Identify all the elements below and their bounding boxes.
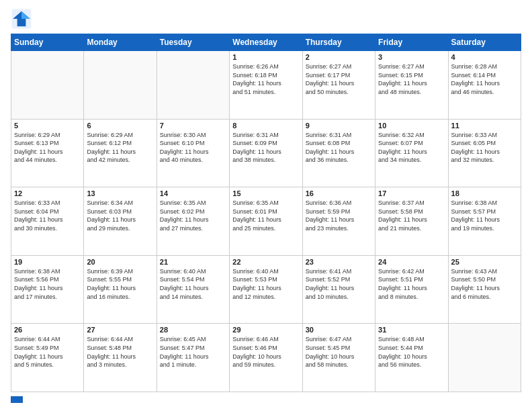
- day-number: 22: [232, 258, 299, 266]
- day-cell: 19Sunrise: 6:38 AM Sunset: 5:56 PM Dayli…: [11, 255, 84, 324]
- day-info: Sunrise: 6:38 AM Sunset: 5:57 PM Dayligh…: [451, 199, 518, 232]
- day-info: Sunrise: 6:27 AM Sunset: 6:15 PM Dayligh…: [378, 62, 445, 96]
- day-info: Sunrise: 6:42 AM Sunset: 5:51 PM Dayligh…: [378, 267, 445, 301]
- week-row-1: 1Sunrise: 6:26 AM Sunset: 6:18 PM Daylig…: [11, 51, 521, 120]
- week-row-2: 5Sunrise: 6:29 AM Sunset: 6:13 PM Daylig…: [11, 119, 521, 187]
- header-day-thursday: Thursday: [302, 34, 375, 51]
- day-cell: 26Sunrise: 6:44 AM Sunset: 5:49 PM Dayli…: [11, 324, 84, 392]
- calendar-header: SundayMondayTuesdayWednesdayThursdayFrid…: [11, 34, 521, 51]
- day-number: 5: [14, 122, 81, 130]
- day-cell: 14Sunrise: 6:35 AM Sunset: 6:02 PM Dayli…: [157, 187, 229, 256]
- day-cell: 29Sunrise: 6:46 AM Sunset: 5:46 PM Dayli…: [230, 324, 302, 392]
- day-number: 14: [160, 189, 226, 197]
- header-day-wednesday: Wednesday: [230, 34, 302, 51]
- day-info: Sunrise: 6:44 AM Sunset: 5:49 PM Dayligh…: [14, 335, 81, 369]
- day-info: Sunrise: 6:31 AM Sunset: 6:09 PM Dayligh…: [232, 131, 299, 165]
- day-cell: 9Sunrise: 6:31 AM Sunset: 6:08 PM Daylig…: [302, 119, 375, 187]
- day-cell: 17Sunrise: 6:37 AM Sunset: 5:58 PM Dayli…: [375, 187, 448, 256]
- day-info: Sunrise: 6:29 AM Sunset: 6:13 PM Dayligh…: [14, 131, 81, 165]
- day-cell: 5Sunrise: 6:29 AM Sunset: 6:13 PM Daylig…: [11, 119, 84, 187]
- day-info: Sunrise: 6:43 AM Sunset: 5:50 PM Dayligh…: [451, 267, 518, 301]
- day-cell: 31Sunrise: 6:48 AM Sunset: 5:44 PM Dayli…: [375, 324, 448, 392]
- day-cell: [11, 51, 84, 120]
- day-cell: 2Sunrise: 6:27 AM Sunset: 6:17 PM Daylig…: [302, 51, 375, 120]
- day-info: Sunrise: 6:45 AM Sunset: 5:47 PM Dayligh…: [160, 335, 226, 369]
- day-cell: 22Sunrise: 6:40 AM Sunset: 5:53 PM Dayli…: [230, 255, 302, 324]
- page: SundayMondayTuesdayWednesdayThursdayFrid…: [0, 0, 532, 411]
- day-cell: 24Sunrise: 6:42 AM Sunset: 5:51 PM Dayli…: [375, 255, 448, 324]
- day-info: Sunrise: 6:28 AM Sunset: 6:14 PM Dayligh…: [451, 62, 518, 96]
- day-number: 19: [14, 258, 81, 266]
- day-number: 20: [87, 258, 153, 266]
- day-info: Sunrise: 6:32 AM Sunset: 6:07 PM Dayligh…: [378, 131, 445, 165]
- day-info: Sunrise: 6:36 AM Sunset: 5:59 PM Dayligh…: [306, 199, 372, 232]
- day-info: Sunrise: 6:44 AM Sunset: 5:48 PM Dayligh…: [87, 335, 153, 369]
- day-info: Sunrise: 6:35 AM Sunset: 6:02 PM Dayligh…: [160, 199, 226, 232]
- day-info: Sunrise: 6:33 AM Sunset: 6:05 PM Dayligh…: [451, 131, 518, 165]
- day-number: 3: [378, 53, 445, 61]
- week-row-3: 12Sunrise: 6:33 AM Sunset: 6:04 PM Dayli…: [11, 187, 521, 256]
- header-day-sunday: Sunday: [11, 34, 84, 51]
- day-info: Sunrise: 6:30 AM Sunset: 6:10 PM Dayligh…: [160, 131, 226, 165]
- day-number: 21: [160, 258, 226, 266]
- day-cell: 21Sunrise: 6:40 AM Sunset: 5:54 PM Dayli…: [157, 255, 229, 324]
- day-cell: 18Sunrise: 6:38 AM Sunset: 5:57 PM Dayli…: [448, 187, 521, 256]
- day-cell: 15Sunrise: 6:35 AM Sunset: 6:01 PM Dayli…: [230, 187, 302, 256]
- day-cell: 28Sunrise: 6:45 AM Sunset: 5:47 PM Dayli…: [157, 324, 229, 392]
- week-row-4: 19Sunrise: 6:38 AM Sunset: 5:56 PM Dayli…: [11, 255, 521, 324]
- header: [11, 8, 521, 30]
- day-info: Sunrise: 6:33 AM Sunset: 6:04 PM Dayligh…: [14, 199, 81, 232]
- day-number: 24: [378, 258, 445, 266]
- day-cell: 23Sunrise: 6:41 AM Sunset: 5:52 PM Dayli…: [302, 255, 375, 324]
- week-row-5: 26Sunrise: 6:44 AM Sunset: 5:49 PM Dayli…: [11, 324, 521, 392]
- header-row: SundayMondayTuesdayWednesdayThursdayFrid…: [11, 34, 521, 51]
- day-cell: 25Sunrise: 6:43 AM Sunset: 5:50 PM Dayli…: [448, 255, 521, 324]
- logo-icon: [11, 8, 32, 30]
- header-day-saturday: Saturday: [448, 34, 521, 51]
- day-number: 2: [306, 53, 372, 61]
- day-number: 8: [232, 122, 299, 130]
- day-number: 30: [306, 326, 372, 334]
- day-info: Sunrise: 6:41 AM Sunset: 5:52 PM Dayligh…: [306, 267, 372, 301]
- day-number: 29: [232, 326, 299, 334]
- day-number: 15: [232, 189, 299, 197]
- day-cell: 6Sunrise: 6:29 AM Sunset: 6:12 PM Daylig…: [84, 119, 157, 187]
- day-info: Sunrise: 6:31 AM Sunset: 6:08 PM Dayligh…: [306, 131, 372, 165]
- day-cell: 8Sunrise: 6:31 AM Sunset: 6:09 PM Daylig…: [230, 119, 302, 187]
- header-day-monday: Monday: [84, 34, 157, 51]
- day-number: 13: [87, 189, 153, 197]
- day-number: 10: [378, 122, 445, 130]
- day-info: Sunrise: 6:48 AM Sunset: 5:44 PM Dayligh…: [378, 335, 445, 369]
- day-number: 27: [87, 326, 153, 334]
- day-info: Sunrise: 6:40 AM Sunset: 5:54 PM Dayligh…: [160, 267, 226, 301]
- day-number: 4: [451, 53, 518, 61]
- legend-bar: [11, 396, 23, 403]
- day-info: Sunrise: 6:27 AM Sunset: 6:17 PM Dayligh…: [306, 62, 372, 96]
- day-number: 26: [14, 326, 81, 334]
- day-info: Sunrise: 6:37 AM Sunset: 5:58 PM Dayligh…: [378, 199, 445, 232]
- day-cell: [448, 324, 521, 392]
- day-number: 25: [451, 258, 518, 266]
- day-info: Sunrise: 6:47 AM Sunset: 5:45 PM Dayligh…: [306, 335, 372, 369]
- header-day-tuesday: Tuesday: [157, 34, 229, 51]
- day-info: Sunrise: 6:39 AM Sunset: 5:55 PM Dayligh…: [87, 267, 153, 301]
- day-cell: [84, 51, 157, 120]
- day-cell: [157, 51, 229, 120]
- day-cell: 3Sunrise: 6:27 AM Sunset: 6:15 PM Daylig…: [375, 51, 448, 120]
- header-day-friday: Friday: [375, 34, 448, 51]
- day-number: 18: [451, 189, 518, 197]
- logo: [11, 8, 35, 30]
- legend: [11, 396, 521, 403]
- day-info: Sunrise: 6:26 AM Sunset: 6:18 PM Dayligh…: [232, 62, 299, 96]
- day-cell: 13Sunrise: 6:34 AM Sunset: 6:03 PM Dayli…: [84, 187, 157, 256]
- day-number: 9: [306, 122, 372, 130]
- day-cell: 10Sunrise: 6:32 AM Sunset: 6:07 PM Dayli…: [375, 119, 448, 187]
- day-cell: 12Sunrise: 6:33 AM Sunset: 6:04 PM Dayli…: [11, 187, 84, 256]
- day-info: Sunrise: 6:38 AM Sunset: 5:56 PM Dayligh…: [14, 267, 81, 301]
- day-number: 23: [306, 258, 372, 266]
- day-number: 16: [306, 189, 372, 197]
- day-cell: 7Sunrise: 6:30 AM Sunset: 6:10 PM Daylig…: [157, 119, 229, 187]
- day-info: Sunrise: 6:46 AM Sunset: 5:46 PM Dayligh…: [232, 335, 299, 369]
- day-info: Sunrise: 6:35 AM Sunset: 6:01 PM Dayligh…: [232, 199, 299, 232]
- day-cell: 11Sunrise: 6:33 AM Sunset: 6:05 PM Dayli…: [448, 119, 521, 187]
